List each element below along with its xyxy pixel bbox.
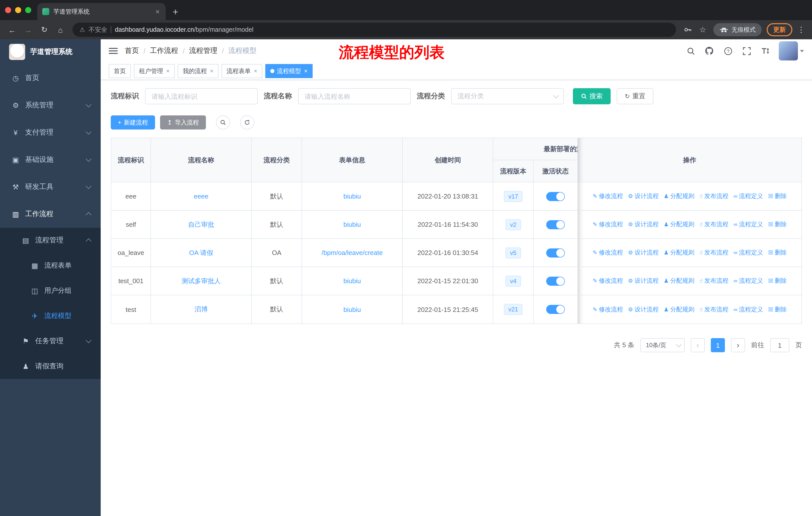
breadcrumb-workflow[interactable]: 工作流程 xyxy=(150,46,178,55)
process-name-link[interactable]: OA 请假 xyxy=(189,248,213,257)
tag-process-form[interactable]: 流程表单 × xyxy=(222,64,262,78)
process-definition-link[interactable]: ∞流程定义 xyxy=(733,305,763,314)
fullscreen-icon[interactable] xyxy=(742,46,752,56)
breadcrumb-home[interactable]: 首页 xyxy=(125,46,139,55)
publish-process-link[interactable]: ☝发布流程 xyxy=(699,220,728,229)
prev-page-button[interactable]: ‹ xyxy=(691,338,705,352)
delete-process-link[interactable]: ☒删除 xyxy=(768,305,787,314)
publish-process-link[interactable]: ☝发布流程 xyxy=(699,248,728,257)
sidebar-item-dev-tools[interactable]: ⚒ 研发工具 xyxy=(0,173,101,200)
close-window-button[interactable] xyxy=(5,7,11,13)
edit-process-link[interactable]: ✎修改流程 xyxy=(593,248,623,257)
form-info-link[interactable]: biubiu xyxy=(343,277,361,285)
publish-process-link[interactable]: ☝发布流程 xyxy=(699,277,728,285)
reload-button[interactable]: ↻ xyxy=(37,23,51,37)
tag-close-icon[interactable]: × xyxy=(304,67,308,75)
assign-rule-link[interactable]: ♟分配规则 xyxy=(664,192,694,200)
security-label[interactable]: 不安全 xyxy=(89,25,108,34)
sidebar-item-home[interactable]: ◷ 首页 xyxy=(0,64,101,92)
help-icon[interactable]: ? xyxy=(723,46,733,56)
active-toggle[interactable] xyxy=(546,305,565,314)
process-name-link[interactable]: eeee xyxy=(194,192,208,200)
tag-process-model[interactable]: 流程模型 × xyxy=(265,64,313,78)
assign-rule-link[interactable]: ♟分配规则 xyxy=(664,305,694,314)
update-browser-button[interactable]: 更新 xyxy=(767,23,792,36)
process-name-link[interactable]: 自己审批 xyxy=(188,220,214,229)
delete-process-link[interactable]: ☒删除 xyxy=(768,192,787,200)
sidebar-item-process-form[interactable]: ▦ 流程表单 xyxy=(0,253,101,278)
goto-page-input[interactable] xyxy=(770,338,789,352)
address-bar[interactable]: ⚠ 不安全 dashboard.yudao.iocoder.cn/bpm/man… xyxy=(72,23,676,37)
sidebar-item-process-management[interactable]: ▤ 流程管理 xyxy=(0,228,101,253)
sidebar-item-leave-query[interactable]: ♟ 请假查询 xyxy=(0,354,101,379)
process-name-input[interactable] xyxy=(298,88,411,104)
publish-process-link[interactable]: ☝发布流程 xyxy=(699,305,728,314)
delete-process-link[interactable]: ☒删除 xyxy=(768,277,787,285)
reset-button[interactable]: ↻ 重置 xyxy=(617,88,654,104)
active-toggle[interactable] xyxy=(546,220,565,229)
new-tab-button[interactable]: + xyxy=(173,7,178,17)
design-process-link[interactable]: ⚙设计流程 xyxy=(628,220,659,229)
minimize-window-button[interactable] xyxy=(15,7,21,13)
process-definition-link[interactable]: ∞流程定义 xyxy=(733,248,763,257)
process-definition-link[interactable]: ∞流程定义 xyxy=(733,192,763,200)
edit-process-link[interactable]: ✎修改流程 xyxy=(593,220,623,229)
app-logo[interactable]: 芋道管理系统 xyxy=(0,39,101,64)
delete-process-link[interactable]: ☒删除 xyxy=(768,220,787,229)
browser-menu-icon[interactable]: ⋮ xyxy=(795,25,807,34)
tag-home[interactable]: 首页 xyxy=(109,64,131,78)
current-page-button[interactable]: 1 xyxy=(711,338,725,352)
sidebar-item-payment-management[interactable]: ¥ 支付管理 xyxy=(0,119,101,146)
sidebar-item-process-model[interactable]: ✈ 流程模型 xyxy=(0,303,101,329)
process-name-link[interactable]: 测试多审批人 xyxy=(181,276,221,286)
toggle-search-button[interactable] xyxy=(216,115,230,130)
tag-my-process[interactable]: 我的流程 × xyxy=(178,64,219,78)
tag-tenant-management[interactable]: 租户管理 × xyxy=(134,64,175,78)
bookmark-star-icon[interactable]: ☆ xyxy=(696,23,709,36)
design-process-link[interactable]: ⚙设计流程 xyxy=(628,277,659,285)
github-icon[interactable] xyxy=(704,46,714,56)
breadcrumb-process-management[interactable]: 流程管理 xyxy=(189,46,218,55)
edit-process-link[interactable]: ✎修改流程 xyxy=(593,305,623,314)
user-avatar[interactable] xyxy=(779,41,798,60)
active-toggle[interactable] xyxy=(546,248,565,257)
page-size-select[interactable]: 10条/页 xyxy=(640,338,685,352)
edit-process-link[interactable]: ✎修改流程 xyxy=(593,277,623,285)
back-button[interactable]: ← xyxy=(5,23,19,37)
publish-process-link[interactable]: ☝发布流程 xyxy=(699,192,728,200)
password-key-icon[interactable] xyxy=(681,23,694,36)
zoom-window-button[interactable] xyxy=(25,7,31,13)
sidebar-item-system-management[interactable]: ⚙ 系统管理 xyxy=(0,92,101,119)
collapse-sidebar-icon[interactable] xyxy=(109,48,118,54)
process-key-input[interactable] xyxy=(145,88,258,104)
process-category-select[interactable]: 流程分类 xyxy=(451,88,564,104)
page-url[interactable]: dashboard.yudao.iocoder.cn/bpm/manager/m… xyxy=(115,26,254,33)
create-process-button[interactable]: + 新建流程 xyxy=(111,115,155,130)
tag-close-icon[interactable]: × xyxy=(166,67,170,75)
active-toggle[interactable] xyxy=(546,192,565,201)
process-name-link[interactable]: 滔博 xyxy=(195,305,208,314)
form-info-link[interactable]: /bpm/oa/leave/create xyxy=(322,249,383,256)
sidebar-item-workflow[interactable]: ▥ 工作流程 xyxy=(0,200,101,228)
tag-close-icon[interactable]: × xyxy=(254,67,257,75)
search-button[interactable]: 搜索 xyxy=(573,88,611,104)
tab-close-icon[interactable]: × xyxy=(154,7,161,16)
delete-process-link[interactable]: ☒删除 xyxy=(768,248,787,257)
assign-rule-link[interactable]: ♟分配规则 xyxy=(664,277,694,285)
search-icon[interactable] xyxy=(686,46,696,56)
assign-rule-link[interactable]: ♟分配规则 xyxy=(664,220,694,229)
edit-process-link[interactable]: ✎修改流程 xyxy=(593,192,623,200)
next-page-button[interactable]: › xyxy=(731,338,745,352)
browser-tab[interactable]: 芋道管理系统 × xyxy=(37,3,166,20)
active-toggle[interactable] xyxy=(546,276,565,286)
forward-button[interactable]: → xyxy=(21,23,35,37)
form-info-link[interactable]: biubiu xyxy=(343,192,361,200)
process-definition-link[interactable]: ∞流程定义 xyxy=(733,277,763,285)
import-process-button[interactable]: ↥ 导入流程 xyxy=(160,115,206,130)
assign-rule-link[interactable]: ♟分配规则 xyxy=(664,248,694,257)
sidebar-item-infrastructure[interactable]: ▣ 基础设施 xyxy=(0,146,101,173)
process-definition-link[interactable]: ∞流程定义 xyxy=(733,220,763,229)
tag-close-icon[interactable]: × xyxy=(210,67,213,75)
font-size-icon[interactable] xyxy=(760,46,770,56)
design-process-link[interactable]: ⚙设计流程 xyxy=(628,248,659,257)
